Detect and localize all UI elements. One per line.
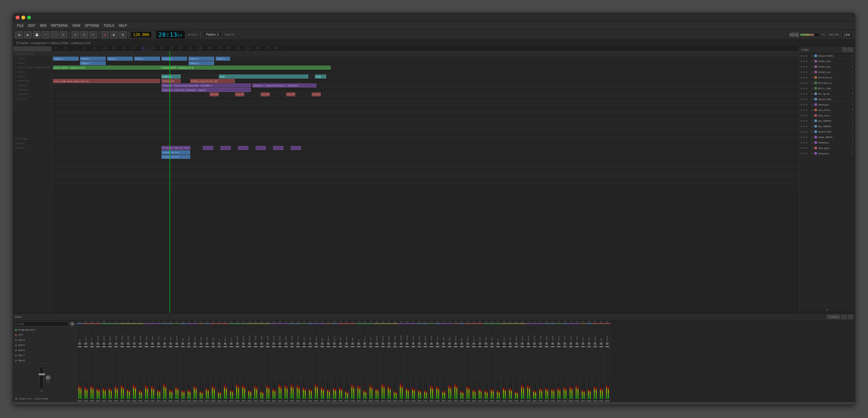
ch-fader[interactable] [387, 346, 391, 347]
ch-send-knob[interactable] [296, 400, 300, 402]
mixer-channel-42[interactable]: 38 BL G [332, 320, 338, 402]
mixer-channel-24[interactable]: 20 BL G [222, 320, 228, 402]
mixer-channel-20[interactable]: 16 KSH [198, 320, 204, 402]
instrument-row-2[interactable]: 38 KSHM_128... + [799, 64, 855, 70]
track-row-5[interactable] [51, 74, 799, 79]
instrument-row-4[interactable]: 34 SS FB Kick 4... + [799, 75, 855, 80]
track-label-21[interactable]: ● Kickstart [13, 146, 51, 150]
track-label-18[interactable] [13, 132, 51, 137]
ch-fader[interactable] [278, 346, 282, 347]
ch-pan-knob[interactable] [199, 342, 203, 345]
ch-fader[interactable] [132, 346, 136, 347]
ch-send-knob[interactable] [199, 400, 203, 402]
mixer-channel-10[interactable]: 6 LEAD [137, 320, 144, 402]
ch-pan-knob[interactable] [436, 342, 439, 345]
instr-arrow-btn[interactable]: + [852, 81, 854, 84]
ch-send-knob[interactable] [241, 400, 246, 402]
ch-pan-knob[interactable] [242, 342, 245, 345]
nav-forward-btn[interactable]: ▶ [24, 31, 32, 38]
mixer-channel-17[interactable]: 13 Mfr [180, 320, 186, 402]
ch-fader[interactable] [393, 346, 397, 347]
mixer-channel-67[interactable]: 63 KSH [483, 320, 489, 402]
mixer-channel-82[interactable]: 78 T Kys [574, 320, 580, 402]
ch-pan-knob[interactable] [108, 342, 112, 345]
mixer-channel-70[interactable]: 66 BL G [501, 320, 507, 402]
ch-send-knob[interactable] [175, 400, 179, 402]
ch-pan-knob[interactable] [139, 342, 142, 345]
ch-pan-knob[interactable] [115, 342, 118, 345]
ch-pan-knob[interactable] [248, 342, 251, 345]
mixer-channel-80[interactable]: 76 LEAD [562, 320, 568, 402]
ch-pan-knob[interactable] [466, 342, 469, 345]
ch-fader[interactable] [296, 346, 300, 347]
ch-fader[interactable] [320, 346, 324, 347]
ch-pan-knob[interactable] [412, 342, 415, 345]
track-row-20[interactable] [51, 141, 799, 146]
ch-pan-knob[interactable] [375, 342, 378, 345]
menu-add[interactable]: ADD [38, 23, 49, 28]
ch-fader[interactable] [569, 346, 573, 347]
ch-pan-knob[interactable] [102, 342, 105, 345]
ch-send-knob[interactable] [393, 400, 397, 402]
mixer-channel-39[interactable]: 35 Mrmo [313, 320, 319, 402]
fx-item-slot4[interactable]: Slot 4 [13, 338, 76, 343]
ch-send-knob[interactable] [369, 400, 373, 402]
instr-arrow-btn[interactable]: + [852, 114, 854, 117]
mixer-channel-27[interactable]: 23 BASS [241, 320, 247, 402]
ch-fader[interactable] [575, 346, 579, 347]
ch-fader[interactable] [314, 346, 318, 347]
ch-fader[interactable] [587, 346, 591, 347]
ch-send-knob[interactable] [417, 400, 422, 402]
ch-fader[interactable] [126, 346, 130, 347]
ch-pan-knob[interactable] [266, 342, 269, 345]
ch-fader[interactable] [375, 346, 379, 347]
ch-fader[interactable] [236, 346, 239, 347]
ch-fader[interactable] [496, 346, 500, 347]
redo-btn[interactable]: ↻ [81, 31, 88, 38]
mixer-channel-16[interactable]: 12 Mrmo [174, 320, 180, 402]
ch-pan-knob[interactable] [491, 342, 494, 345]
ch-fader[interactable] [339, 346, 342, 347]
instr-arrow-btn[interactable]: + [852, 98, 854, 101]
ch-pan-knob[interactable] [133, 342, 136, 345]
instr-arrow-btn[interactable]: + [852, 76, 854, 79]
minimize-button[interactable] [21, 15, 25, 20]
ch-send-knob[interactable] [162, 400, 167, 402]
ch-pan-knob[interactable] [254, 342, 257, 345]
ch-pan-knob[interactable] [545, 342, 548, 345]
ch-send-knob[interactable] [569, 400, 573, 402]
ch-fader[interactable] [478, 346, 482, 347]
ch-send-knob[interactable] [429, 400, 434, 402]
instrument-row-13[interactable]: 26 Stic..69BPM... + [799, 124, 855, 129]
ch-send-knob[interactable] [253, 400, 258, 402]
ch-fader[interactable] [527, 346, 530, 347]
ch-fader[interactable] [417, 346, 421, 347]
ch-fader[interactable] [217, 346, 221, 347]
instr-arrow-btn[interactable]: + [852, 108, 854, 112]
record-btn[interactable]: ● [101, 31, 109, 38]
track-label-19[interactable]: ● FF Sampler... [13, 137, 51, 141]
ch-pan-knob[interactable] [181, 342, 184, 345]
mixer-channel-43[interactable]: 39 KSH [338, 320, 344, 402]
ch-fader[interactable] [205, 346, 209, 347]
instr-arrow-btn[interactable]: + [852, 103, 854, 106]
ch-fader[interactable] [363, 346, 367, 347]
mixer-channel-13[interactable]: 9 T Kys [156, 320, 162, 402]
ch-pan-knob[interactable] [497, 342, 500, 345]
channel-btn[interactable]: ≡ [60, 31, 67, 38]
ch-send-knob[interactable] [490, 400, 494, 402]
ch-send-knob[interactable] [545, 400, 549, 402]
ch-send-knob[interactable] [423, 400, 428, 402]
ch-send-knob[interactable] [599, 400, 603, 402]
mixer-channel-65[interactable]: 61 BL G [471, 320, 477, 402]
ch-pan-knob[interactable] [527, 342, 530, 345]
ch-pan-knob[interactable] [193, 342, 196, 345]
fx-item-slot6[interactable]: Slot 6 [13, 348, 76, 353]
mixer-channel-64[interactable]: 60 BE Fu [465, 320, 471, 402]
ch-pan-knob[interactable] [230, 342, 233, 345]
ch-fader[interactable] [381, 346, 385, 347]
ch-fader[interactable] [84, 346, 88, 347]
ch-fader[interactable] [557, 346, 561, 347]
ch-pan-knob[interactable] [381, 342, 384, 345]
nav-back-btn[interactable]: ◀ [15, 31, 23, 38]
